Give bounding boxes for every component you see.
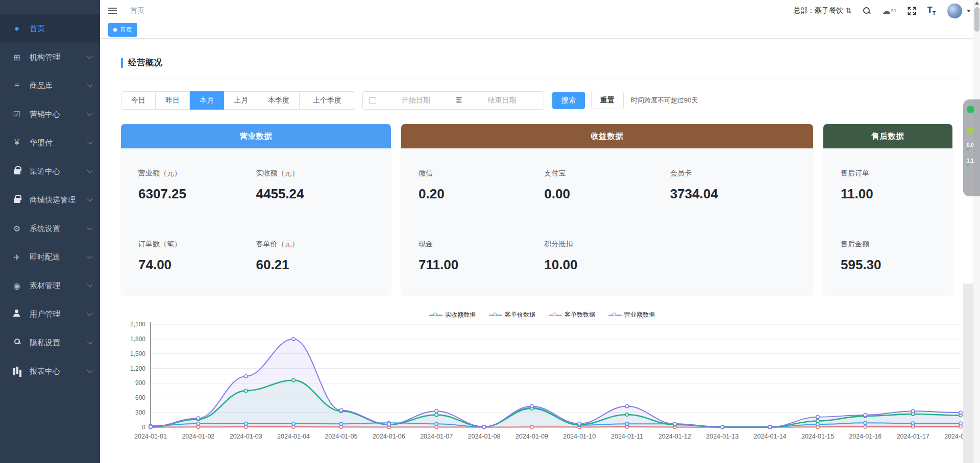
stat-card: 收益数据微信0.20支付宝0.00会员卡3734.04现金711.00积分抵扣1… xyxy=(401,124,813,295)
stat-item: 现金711.00 xyxy=(419,240,544,273)
monitor-value-bottom: 1.1 xyxy=(967,158,980,164)
chevron-down-icon xyxy=(87,310,92,316)
section-divider xyxy=(121,79,963,79)
tag-label: 首页 xyxy=(120,25,132,34)
chart-canvas[interactable]: 03006009001,2001,5001,8002,1002024-01-01… xyxy=(121,319,963,447)
fullscreen-icon[interactable] xyxy=(908,7,916,15)
stat-item: 会员卡3734.04 xyxy=(670,169,796,202)
svg-text:2024-01-11: 2024-01-11 xyxy=(611,433,643,440)
stat-label: 现金 xyxy=(419,240,544,249)
quick-range-button[interactable]: 上月 xyxy=(224,91,258,110)
section-accent-bar xyxy=(121,58,123,68)
svg-text:2024-01-17: 2024-01-17 xyxy=(897,433,929,440)
sidebar-item-gear-7[interactable]: ⚙系统设置 xyxy=(0,214,100,243)
card-body: 售后订单11.00售后金额595.30 xyxy=(823,148,952,295)
main-content: 经营概况 今日昨日本月上月本季度上个季度 开始日期 至 结束日期 搜索 重置 时… xyxy=(100,39,963,449)
sidebar-item-label: 营销中心 xyxy=(30,110,87,119)
chevron-down-icon xyxy=(87,281,92,287)
svg-text:2024-01-08: 2024-01-08 xyxy=(468,433,500,440)
card-body: 营业额（元）6307.25实收额（元）4455.24订单数（笔）74.00客单价… xyxy=(121,148,391,295)
send-icon: ✈ xyxy=(11,252,22,262)
gear-icon: ⚙ xyxy=(11,224,22,234)
legend-label: 客单数数据 xyxy=(565,311,595,319)
range-limit-note: 时间跨度不可超过90天 xyxy=(631,96,698,105)
cloud-text: 50 xyxy=(891,8,896,13)
stat-value: 0.00 xyxy=(544,186,670,202)
cloud-icon[interactable]: ☁50 xyxy=(882,6,896,16)
avatar-caret-icon[interactable] xyxy=(967,10,971,12)
sidebar-item-home-0[interactable]: ●首页 xyxy=(0,14,100,43)
legend-item[interactable]: 客单价数据 xyxy=(489,311,535,319)
sidebar-item-lock-5[interactable]: 渠道中心 xyxy=(0,157,100,186)
green-status-dot xyxy=(967,106,974,113)
svg-text:2024-01-18: 2024-01-18 xyxy=(944,433,963,440)
font-size-icon[interactable]: T xyxy=(927,5,936,16)
sidebar-item-users-10[interactable]: 用户管理 xyxy=(0,300,100,328)
quick-range-button[interactable]: 本季度 xyxy=(258,91,300,110)
tag-home[interactable]: 首页 xyxy=(108,23,137,37)
sidebar-item-material-9[interactable]: ◉素材管理 xyxy=(0,271,100,300)
quick-range-button[interactable]: 今日 xyxy=(121,91,156,110)
navbar-tools: 总部：磊子餐饮 ⇅ ☁50 T xyxy=(793,3,971,19)
sidebar-item-label: 即时配送 xyxy=(30,252,87,262)
svg-text:2024-01-10: 2024-01-10 xyxy=(563,433,596,440)
chevron-down-icon xyxy=(87,53,92,59)
blue-dot xyxy=(967,148,969,150)
floating-monitor-widget[interactable]: 0.0 1.1 xyxy=(963,99,980,196)
card-title: 营业数据 xyxy=(121,124,391,148)
sidebar-item-marketing-3[interactable]: ☑营销中心 xyxy=(0,100,100,128)
date-range-picker[interactable]: 开始日期 至 结束日期 xyxy=(362,91,544,110)
svg-text:2024-01-06: 2024-01-06 xyxy=(373,433,405,440)
sidebar-item-label: 报表中心 xyxy=(30,367,87,376)
green-dot xyxy=(967,164,969,166)
sidebar-item-key-11[interactable]: 隐私设置 xyxy=(0,328,100,357)
hamburger-icon[interactable] xyxy=(108,8,117,9)
green-square-badge xyxy=(967,127,974,134)
search-icon[interactable] xyxy=(863,7,871,15)
scroll-up-arrow[interactable] xyxy=(975,2,979,5)
page-scrollbar[interactable] xyxy=(973,0,980,463)
legend-item[interactable]: 客单数数据 xyxy=(549,311,595,319)
legend-item[interactable]: 实收额数据 xyxy=(429,311,476,319)
overview-chart[interactable]: 实收额数据客单价数据客单数数据营业额数据 03006009001,2001,50… xyxy=(121,311,963,449)
chevron-down-icon xyxy=(87,196,92,201)
chevron-down-icon xyxy=(87,82,92,87)
svg-text:2024-01-14: 2024-01-14 xyxy=(754,433,787,440)
page-scrollbar-thumb[interactable] xyxy=(974,7,979,32)
stat-value: 11.00 xyxy=(841,186,935,202)
sidebar-item-org-1[interactable]: ⊞机构管理 xyxy=(0,43,100,71)
org-switch-icon[interactable]: ⇅ xyxy=(845,6,852,15)
stat-item: 积分抵扣10.00 xyxy=(544,240,670,273)
sidebar-item-report-12[interactable]: 报表中心 xyxy=(0,357,100,385)
chevron-down-icon xyxy=(87,224,92,230)
legend-marker-icon xyxy=(489,313,502,317)
stat-label: 客单价（元） xyxy=(256,240,374,249)
org-switcher[interactable]: 总部：磊子餐饮 ⇅ xyxy=(793,6,852,15)
quick-range-button[interactable]: 上个季度 xyxy=(300,91,355,110)
stat-item: 售后订单11.00 xyxy=(841,169,935,202)
chevron-down-icon xyxy=(87,253,92,259)
start-date-input[interactable]: 开始日期 xyxy=(380,96,452,105)
sidebar-item-pay-4[interactable]: ¥华盟付 xyxy=(0,128,100,157)
svg-text:2024-01-09: 2024-01-09 xyxy=(516,433,548,440)
legend-label: 客单价数据 xyxy=(505,311,535,319)
lock-icon xyxy=(11,166,22,176)
key-icon xyxy=(11,338,22,347)
sidebar-item-send-8[interactable]: ✈即时配送 xyxy=(0,243,100,271)
end-date-input[interactable]: 结束日期 xyxy=(467,96,538,105)
stat-label: 售后订单 xyxy=(841,169,935,178)
stat-value: 74.00 xyxy=(138,257,256,273)
sidebar-item-label: 隐私设置 xyxy=(30,338,87,348)
reset-button[interactable]: 重置 xyxy=(591,92,624,109)
legend-item[interactable]: 营业额数据 xyxy=(608,311,655,319)
stat-item: 客单价（元）60.21 xyxy=(256,240,374,273)
sidebar-item-lock-6[interactable]: 商城快递管理 xyxy=(0,186,100,214)
avatar[interactable] xyxy=(947,3,963,19)
sidebar-item-goods-2[interactable]: ≡商品库 xyxy=(0,71,100,100)
chart-legend: 实收额数据客单价数据客单数数据营业额数据 xyxy=(121,311,963,319)
quick-range-button[interactable]: 本月 xyxy=(190,91,224,110)
section-header: 经营概况 xyxy=(121,58,963,68)
quick-range-button[interactable]: 昨日 xyxy=(156,91,190,110)
svg-text:2024-01-01: 2024-01-01 xyxy=(134,433,167,440)
search-button[interactable]: 搜索 xyxy=(552,92,585,109)
